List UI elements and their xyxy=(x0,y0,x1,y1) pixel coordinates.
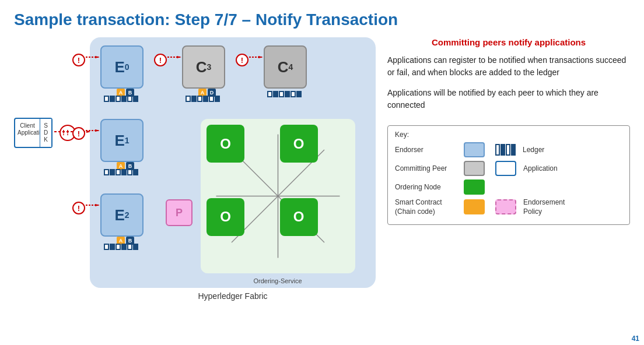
arrow-e0 xyxy=(86,56,102,58)
info-panel: Committing peers notify applications App… xyxy=(387,37,630,339)
exclaim-c3: ! xyxy=(154,54,167,66)
key-title: Key: xyxy=(395,131,622,139)
key-row-ledger: Ledger xyxy=(495,142,544,157)
arrow-e1 xyxy=(86,129,102,132)
client-application-box: ClientApplication SDK xyxy=(14,118,52,148)
e1-group: ! E1 A B xyxy=(100,119,144,162)
c4-node: C4 xyxy=(264,45,307,89)
arrow-c4 xyxy=(249,56,265,58)
svg-marker-3 xyxy=(95,56,100,58)
exclaim-e2: ! xyxy=(72,202,85,214)
svg-marker-9 xyxy=(95,129,100,132)
e0-node: E0 xyxy=(100,45,144,89)
page: Sample transaction: Step 7/7 – Notify Tr… xyxy=(0,0,644,345)
key-smartcontract-swatch xyxy=(464,199,485,214)
e0-group: ! E0 A B xyxy=(100,45,144,89)
svg-marker-7 xyxy=(258,56,263,58)
key-row-committing: Committing Peer xyxy=(395,161,485,176)
arrow-e2 xyxy=(86,204,102,206)
e2-group: ! E2 A B xyxy=(100,193,144,237)
exclaim-e1: ! xyxy=(72,127,85,140)
e1-ledger-blocks xyxy=(104,169,138,175)
ordering-node-3: O xyxy=(206,198,244,236)
diagram-area: ClientApplication SDK ! ! xyxy=(14,37,376,339)
key-box: Key: Endorser Ledger xyxy=(387,125,630,225)
ordering-node-1: O xyxy=(206,125,244,163)
page-title: Sample transaction: Step 7/7 – Notify Tr… xyxy=(14,10,630,29)
key-row-endorser: Endorser xyxy=(395,142,485,157)
c3-ledger-blocks xyxy=(186,96,220,102)
key-endorsement-label: EndorsementPolicy xyxy=(523,198,565,216)
key-ordering-label: Ordering Node xyxy=(395,183,459,191)
ordering-service-label: Ordering-Service xyxy=(202,277,354,284)
key-row-application: Application xyxy=(495,161,558,176)
key-application-label: Application xyxy=(523,164,558,172)
fabric-label: Hyperledger Fabric xyxy=(90,291,376,301)
client-app-label: ClientApplication xyxy=(15,119,40,147)
notify-header: Committing peers notify applications xyxy=(387,37,630,47)
key-endorser-label: Endorser xyxy=(395,146,459,154)
e2-ledger-blocks xyxy=(104,244,138,250)
info-paragraph2: Applications will be notified by each pe… xyxy=(387,87,630,111)
key-endorsement-swatch xyxy=(495,199,516,214)
e1-node: E1 xyxy=(100,119,144,162)
ordering-node-2: O xyxy=(280,125,318,163)
page-number: 41 xyxy=(632,335,639,343)
c4-ledger-blocks xyxy=(267,91,302,97)
key-ledger-label: Ledger xyxy=(523,146,544,154)
c3-node: C3 xyxy=(182,45,225,89)
key-row-smartcontract: Smart Contract(Chain code) xyxy=(395,198,485,216)
exclaim-e0: ! xyxy=(72,54,85,66)
key-endorser-swatch xyxy=(464,142,485,157)
ordering-area: O O O O xyxy=(201,119,355,273)
exclaim-c4: ! xyxy=(236,54,249,66)
sdk-label: SDK xyxy=(40,119,51,147)
fabric-box: ! E0 A B xyxy=(90,37,376,288)
key-committing-swatch xyxy=(464,161,485,176)
policy-node: P xyxy=(166,199,192,226)
key-smartcontract-label: Smart Contract(Chain code) xyxy=(395,198,459,216)
key-ledger-swatch xyxy=(495,144,516,156)
c3-group: ! C3 A D xyxy=(182,45,225,89)
e2-node: E2 xyxy=(100,193,144,237)
content-row: ClientApplication SDK ! ! xyxy=(14,37,630,339)
e0-ledger-blocks xyxy=(104,96,138,102)
key-committing-label: Committing Peer xyxy=(395,164,459,172)
key-row-endorsement: EndorsementPolicy xyxy=(495,198,565,216)
key-ordering-swatch xyxy=(464,179,485,195)
svg-marker-5 xyxy=(177,56,181,58)
ordering-node-4: O xyxy=(280,198,318,236)
key-application-swatch xyxy=(495,161,516,176)
arrow-c3 xyxy=(167,56,184,58)
svg-marker-11 xyxy=(95,204,100,206)
c4-group: ! C4 xyxy=(264,45,307,89)
info-paragraph1: Applications can register to be notified… xyxy=(387,54,630,79)
key-row-ordering: Ordering Node xyxy=(395,179,485,195)
